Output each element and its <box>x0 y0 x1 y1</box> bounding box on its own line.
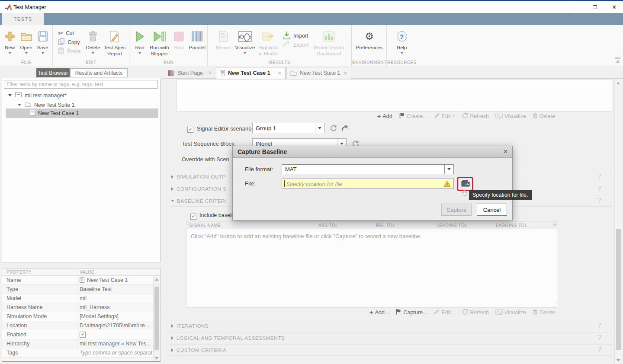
close-window-icon[interactable]: ✕ <box>606 1 623 13</box>
close-tab-icon[interactable]: ✕ <box>278 70 282 76</box>
save-button[interactable]: Save <box>35 26 51 54</box>
scroll-down-icon[interactable] <box>617 359 620 361</box>
copy-button[interactable]: Copy <box>56 38 82 47</box>
property-row-harness[interactable]: Harness Namemil_Harness <box>2 303 160 312</box>
create-button[interactable]: Create... <box>399 112 427 120</box>
visualize-baseline-button[interactable]: Visualize <box>495 309 526 316</box>
delete-baseline-button[interactable]: Delete <box>533 309 555 316</box>
refresh-button[interactable]: Refresh <box>462 112 489 120</box>
help-icon[interactable]: ? <box>598 346 601 354</box>
property-scrollbar[interactable] <box>153 276 160 361</box>
help-icon[interactable]: ? <box>598 334 601 342</box>
cut-button[interactable]: ✂Cut <box>56 29 82 38</box>
open-button[interactable]: Open <box>18 26 35 54</box>
maximize-icon[interactable] <box>586 1 604 13</box>
signal-editor-scenario-select[interactable]: Group 1 <box>252 123 324 133</box>
tree-item-case-selected[interactable]: New Test Case 1 <box>2 109 160 118</box>
report-button[interactable]: Report <box>215 26 231 51</box>
test-spec-report-button[interactable]: Test Spec Report <box>104 26 126 57</box>
help-icon[interactable]: ? <box>598 197 601 204</box>
section-custom-criteria[interactable]: CUSTOM CRITERIA <box>170 344 612 356</box>
capture-baseline-button[interactable]: Capture... <box>395 309 427 316</box>
property-row-enabled[interactable]: Enabled✓ <box>2 330 160 339</box>
run-button[interactable]: Run <box>132 26 148 54</box>
section-logical-temporal-assessments[interactable]: LOGICAL AND TEMPORAL ASSESSMENTS <box>170 332 612 344</box>
property-row-tags[interactable]: TagsType comma or space separat <box>2 348 160 358</box>
tab-start-page[interactable]: Start Page ✕ <box>164 67 215 79</box>
main-scrollbar[interactable] <box>614 80 622 364</box>
scroll-up-icon[interactable] <box>617 82 620 84</box>
capture-button[interactable]: Capture <box>441 204 472 216</box>
close-tab-icon[interactable]: ✕ <box>344 70 347 76</box>
property-row-name[interactable]: Name New Test Case 1 <box>2 276 160 285</box>
property-row-hierarchy[interactable]: Hierarchymil test manager » New Tes... <box>2 339 160 348</box>
close-dialog-icon[interactable]: ✕ <box>503 148 508 155</box>
help-dropdown-icon[interactable] <box>401 52 403 54</box>
chevron-down-icon[interactable] <box>315 123 324 133</box>
delete-dropdown-icon[interactable] <box>92 52 94 54</box>
paste-button[interactable]: Paste <box>56 47 82 56</box>
property-row-model[interactable]: Modelmil <box>2 294 160 303</box>
scrollbar-thumb[interactable] <box>616 229 621 350</box>
help-button[interactable]: ? Help <box>394 26 410 54</box>
chevron-down-icon[interactable] <box>444 165 453 174</box>
property-row-type[interactable]: TypeBaseline Test <box>2 285 160 294</box>
help-icon[interactable]: ? <box>598 172 601 180</box>
tab-test-browser[interactable]: Test Browser <box>36 68 70 77</box>
run-dropdown-icon[interactable] <box>138 52 141 54</box>
signal-editor-checkbox[interactable]: ✓ <box>187 125 193 133</box>
tree-item-root[interactable]: mil test manager* <box>2 91 160 100</box>
highlight-in-model-button[interactable]: Highlight in Model <box>258 26 278 57</box>
minimize-icon[interactable]: – <box>565 1 582 13</box>
help-icon[interactable]: ? <box>598 185 601 192</box>
visualize-button[interactable]: Visualize <box>235 26 255 54</box>
cancel-button[interactable]: Cancel <box>477 204 507 216</box>
refresh-baseline-button[interactable]: Refresh <box>462 309 489 316</box>
file-format-select[interactable]: MAT <box>282 164 454 174</box>
scroll-up-icon[interactable] <box>155 278 158 281</box>
property-row-simulation-mode[interactable]: Simulation Mode[Model Settings] <box>2 312 160 321</box>
chevron-down-icon[interactable] <box>8 94 12 96</box>
tab-new-test-suite[interactable]: New Test Suite 1 ✕ <box>286 67 351 79</box>
dialog-titlebar[interactable]: Capture Baseline ✕ <box>233 146 512 158</box>
help-icon[interactable]: ? <box>598 322 601 329</box>
tab-new-test-case[interactable]: New Test Case 1 ✕ <box>216 67 286 79</box>
enabled-checkbox[interactable]: ✓ <box>80 332 86 338</box>
run-with-stepper-button[interactable]: Run with Stepper <box>150 26 169 57</box>
panel-divider[interactable] <box>162 67 162 364</box>
visualize-button[interactable]: Visualize <box>495 113 526 120</box>
import-button[interactable]: Import <box>281 31 310 40</box>
tree-item-suite[interactable]: New Test Suite 1 <box>2 100 160 109</box>
goto-signal-editor-icon[interactable] <box>341 125 348 133</box>
refresh-icon[interactable] <box>330 125 337 133</box>
visualize-dropdown-icon[interactable] <box>244 52 246 54</box>
scroll-down-icon[interactable] <box>155 357 158 359</box>
add-button[interactable]: +Add <box>377 113 392 119</box>
new-dropdown-icon[interactable] <box>9 52 11 54</box>
edit-baseline-button[interactable]: Edit... <box>434 309 455 316</box>
edit-button[interactable]: Edit <box>434 112 456 120</box>
tab-results-and-artifacts[interactable]: Results and Artifacts <box>70 68 128 77</box>
add-column-icon[interactable]: + <box>553 221 557 228</box>
delete-button[interactable]: Delete <box>533 112 555 120</box>
section-iterations[interactable]: ITERATIONS <box>170 320 612 332</box>
filter-tests-input[interactable] <box>4 80 158 89</box>
open-dropdown-icon[interactable] <box>25 52 28 54</box>
tab-tests[interactable]: TESTS <box>2 13 44 25</box>
model-testing-dashboard-button[interactable]: Model Testing Dashboard <box>314 26 344 57</box>
delete-button[interactable]: Delete <box>85 26 101 54</box>
preferences-button[interactable]: ⚙ Preferences <box>356 26 382 51</box>
resize-grip-icon[interactable]: ⋰ <box>553 303 557 307</box>
file-location-input[interactable]: Specify location for file <box>282 179 454 188</box>
save-dropdown-icon[interactable] <box>42 52 44 54</box>
property-row-location[interactable]: LocationD:\aimagin\21705\mil\mil te... <box>2 321 160 330</box>
collapse-ribbon-icon[interactable] <box>614 57 622 64</box>
new-button[interactable]: New <box>2 26 18 54</box>
chevron-down-icon[interactable] <box>18 104 21 106</box>
add-baseline-button[interactable]: +Add... <box>369 309 389 316</box>
include-baseline-checkbox[interactable]: ✓ <box>190 212 196 220</box>
export-button[interactable]: Export <box>281 40 310 49</box>
scrollbar-thumb[interactable] <box>154 287 159 350</box>
close-tab-icon[interactable]: ✕ <box>208 70 212 76</box>
stop-button[interactable]: Stop <box>171 26 187 51</box>
